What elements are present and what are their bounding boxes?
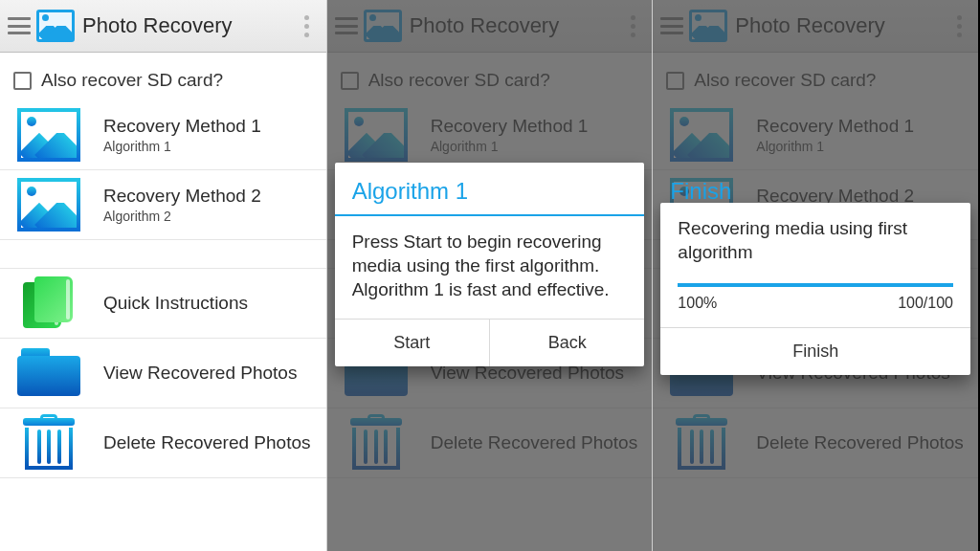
sd-card-checkbox[interactable] xyxy=(13,72,32,90)
progress-fill xyxy=(678,283,953,287)
book-icon xyxy=(17,276,80,330)
dialog-body: Recovering media using first algorithm xyxy=(660,203,970,264)
dialog-buttons: Finish xyxy=(660,327,970,375)
quick-instructions[interactable]: Quick Instructions xyxy=(0,269,326,339)
app-title: Photo Recovery xyxy=(82,13,233,38)
screen-dialog-start: Photo Recovery Also recover SD card? Rec… xyxy=(326,0,653,551)
method-title: Recovery Method 1 xyxy=(103,116,261,137)
method-subtitle: Algorithm 2 xyxy=(103,209,261,224)
item-label: Delete Recovered Photos xyxy=(103,432,311,453)
method-title: Recovery Method 2 xyxy=(103,186,261,207)
view-recovered-photos[interactable]: View Recovered Photos xyxy=(0,339,326,408)
section-divider xyxy=(0,240,326,269)
item-label: Quick Instructions xyxy=(103,293,248,314)
algorithm-dialog: Algorithm 1 Press Start to begin recover… xyxy=(335,163,645,366)
content: Also recover SD card? Recovery Method 1 … xyxy=(0,53,326,551)
progress-dialog: Recovering media using first algorithm 1… xyxy=(660,203,970,375)
progress-count: 100/100 xyxy=(898,295,953,312)
start-button[interactable]: Start xyxy=(335,320,489,366)
sd-card-row[interactable]: Also recover SD card? xyxy=(0,53,326,100)
photo-icon xyxy=(17,178,80,231)
progress-bar xyxy=(678,283,953,287)
folder-icon xyxy=(17,346,80,400)
finish-button[interactable]: Finish xyxy=(660,328,970,375)
item-label: View Recovered Photos xyxy=(103,363,297,384)
app-icon xyxy=(36,10,75,42)
method-subtitle: Algorithm 1 xyxy=(103,139,261,154)
progress-section: 100% 100/100 xyxy=(660,283,970,327)
menu-icon[interactable] xyxy=(8,17,31,34)
dialog-body: Press Start to begin recovering media us… xyxy=(335,216,645,319)
recovery-method-1[interactable]: Recovery Method 1 Algorithm 1 xyxy=(0,100,326,170)
dialog-title: Algorithm 1 xyxy=(335,163,645,214)
delete-recovered-photos[interactable]: Delete Recovered Photos xyxy=(0,408,326,478)
recovery-method-2[interactable]: Recovery Method 2 Algorithm 2 xyxy=(0,170,326,240)
sd-card-label: Also recover SD card? xyxy=(41,70,223,91)
dialog-buttons: Start Back xyxy=(335,319,645,366)
dialog-title-ghost: Finish xyxy=(670,178,731,205)
action-bar: Photo Recovery xyxy=(0,0,326,53)
screen-main: Photo Recovery Also recover SD card? Rec… xyxy=(0,0,326,551)
trash-icon xyxy=(17,416,80,470)
photo-icon xyxy=(17,108,80,162)
screen-dialog-progress: Photo Recovery Also recover SD card? Rec… xyxy=(652,0,978,551)
back-button[interactable]: Back xyxy=(489,320,644,366)
progress-percent: 100% xyxy=(678,295,717,312)
overflow-menu-icon[interactable] xyxy=(296,15,319,37)
